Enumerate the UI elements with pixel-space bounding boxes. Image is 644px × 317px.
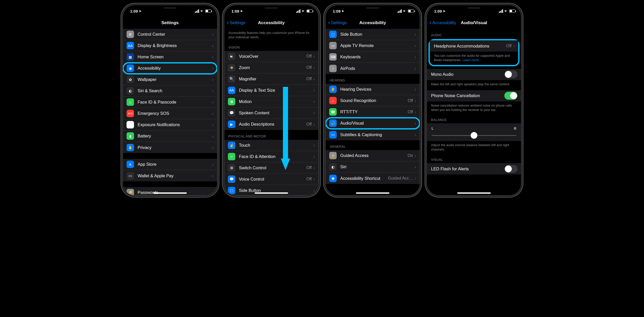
motor-row-side-button[interactable]: ▢Side Button› [326,29,420,40]
motor-row-switch-control[interactable]: ⊞Switch ControlOff› [224,162,318,174]
chevron-right-icon: › [212,162,213,167]
settings-row-passwords[interactable]: 🔑Passwords› [123,187,217,195]
row-label: Switch Control [239,165,306,170]
chevron-right-icon: › [313,143,315,147]
noise-toggle[interactable] [504,92,517,100]
settings-row-battery[interactable]: ▮Battery› [123,130,217,142]
settings-row-exposure-notifications[interactable]: ⊚Exposure Notifications› [123,119,217,130]
settings-row-accessibility[interactable]: ◉Accessibility› [123,63,217,74]
row-led-flash[interactable]: LED Flash for Alerts [427,163,521,174]
back-button[interactable]: ‹Settings [227,17,245,29]
zoom-icon: ⊕ [228,64,235,71]
settings-row-wallet-apple-pay[interactable]: ▭Wallet & Apple Pay› [123,170,217,181]
back-button[interactable]: ‹Settings [328,17,347,29]
settings-row-control-center[interactable]: ⚙︎Control Center› [123,29,217,40]
home-indicator[interactable] [153,192,187,194]
time: 1:09 [130,9,138,13]
magnifier-icon: 🔍 [228,75,235,83]
notch [451,5,497,12]
siri-search-icon: ◐ [127,87,134,95]
row-noise-cancellation[interactable]: Phone Noise Cancellation [427,90,521,101]
row-label: Apple TV Remote [340,43,415,48]
wifi-icon: ᯤ [403,9,407,13]
vision-row-motion[interactable]: ◉Motion› [224,96,318,107]
settings-row-home-screen[interactable]: ▦Home Screen› [123,51,217,63]
balance-slider[interactable] [432,135,516,136]
hearing-row-audio-visual[interactable]: 🔊Audio/Visual› [326,118,420,129]
row-label: AirPods [340,66,415,71]
accessibility-list[interactable]: Accessibility features help you customiz… [224,29,318,195]
vision-row-voiceover[interactable]: ☯VoiceOverOff› [224,51,318,62]
row-label: Accessibility Shortcut [340,176,388,181]
settings-row-emergency-sos[interactable]: SOSEmergency SOS› [123,108,217,119]
row-label: App Store [138,162,212,167]
navbar: ‹Accessibility Audio/Visual [427,17,521,29]
motor-row-touch[interactable]: ☝Touch› [224,140,318,151]
chevron-right-icon: › [212,190,213,195]
led-toggle[interactable] [504,165,517,173]
row-mono-audio[interactable]: Mono Audio [427,69,521,80]
balance-right: R [514,126,516,130]
row-headphone-accommodations[interactable]: Headphone Accommodations Off › [430,40,518,52]
general-row-guided-access[interactable]: 🔒Guided AccessOn› [326,150,420,161]
home-indicator[interactable] [255,192,288,194]
general-row-accessibility-shortcut[interactable]: ◉Accessibility ShortcutGuided Acc…› [326,173,420,184]
wallpaper-icon: ✿ [127,76,134,83]
nav-title: Settings [161,20,178,25]
slider-thumb[interactable] [471,132,477,139]
row-label: Privacy [138,145,212,150]
vision-row-magnifier[interactable]: 🔍MagnifierOff› [224,73,318,85]
mono-toggle[interactable] [504,70,517,78]
row-label: Control Center [138,32,212,37]
motor-row-voice-control[interactable]: 💬Voice ControlOff› [224,174,318,185]
hearing-row-hearing-devices[interactable]: 👂Hearing Devices› [326,84,420,95]
headphone-accommodations-highlight: Headphone Accommodations Off › You can c… [428,39,520,66]
learn-more-link[interactable]: Learn more… [462,58,482,62]
settings-row-wallpaper[interactable]: ✿Wallpaper› [123,74,217,85]
chevron-right-icon: › [415,176,416,181]
settings-list[interactable]: ⚙︎Control Center›AADisplay & Brightness›… [123,29,217,195]
row-label: Voice Control [239,177,306,182]
motor-row-keyboards[interactable]: ⌨Keyboards› [326,51,420,63]
motor-row-face-id-attention[interactable]: ☺Face ID & Attention› [224,151,318,162]
settings-row-privacy[interactable]: ✋Privacy› [123,142,217,153]
motor-row-apple-tv-remote[interactable]: ▭Apple TV Remote› [326,40,420,51]
settings-row-display-brightness[interactable]: AADisplay & Brightness› [123,40,217,51]
settings-row-siri-search[interactable]: ◐Siri & Search› [123,85,217,97]
home-screen-icon: ▦ [127,53,134,61]
chevron-right-icon: › [415,43,416,48]
vision-row-display-text-size[interactable]: AADisplay & Text Size› [224,85,318,96]
section-vision: VISION [224,41,318,51]
section-general: GENERAL [326,140,420,150]
vision-row-spoken-content[interactable]: 💬Spoken Content› [224,107,318,119]
chevron-right-icon: › [212,134,213,138]
row-label: Wallpaper [138,77,212,82]
audio-visual-list[interactable]: AUDIO Headphone Accommodations Off › You… [427,29,521,195]
vision-row-zoom[interactable]: ⊕ZoomOff› [224,62,318,73]
accessibility-list-2[interactable]: ▢Side Button›▭Apple TV Remote›⌨Keyboards… [326,29,420,195]
spoken-content-icon: 💬 [228,109,235,117]
hearing-row-subtitles-captioning[interactable]: ▭Subtitles & Captioning› [326,129,420,140]
settings-row-app-store[interactable]: AApp Store› [123,159,217,170]
home-indicator[interactable] [356,192,389,194]
cell-icon [195,9,199,13]
side-button-icon: ▢ [228,187,235,194]
chevron-right-icon: › [313,54,315,59]
settings-row-face-id-passcode[interactable]: ☺Face ID & Passcode› [123,97,217,108]
hearing-row-rtt-tty[interactable]: ☎RTT/TTYOff› [326,106,420,118]
motor-row-airpods[interactable]: ○AirPods› [326,63,420,74]
general-row-siri[interactable]: ◐Siri› [326,161,420,173]
chevron-right-icon: › [415,32,416,37]
row-label: Phone Noise Cancellation [431,93,504,98]
battery-icon [205,10,211,13]
apple-tv-remote-icon: ▭ [329,42,337,49]
back-button[interactable]: ‹Accessibility [430,17,456,29]
home-indicator[interactable] [457,192,491,194]
cell-icon [398,9,402,13]
headphone-desc: You can customize the audio for supporte… [430,52,518,64]
chevron-right-icon: › [212,43,213,48]
row-label: Magnifier [239,77,306,81]
vision-row-audio-descriptions[interactable]: ▶Audio DescriptionsOff› [224,119,318,130]
hearing-row-sound-recognition[interactable]: ♪Sound RecognitionOff› [326,95,420,106]
row-label: Guided Access [340,153,408,158]
